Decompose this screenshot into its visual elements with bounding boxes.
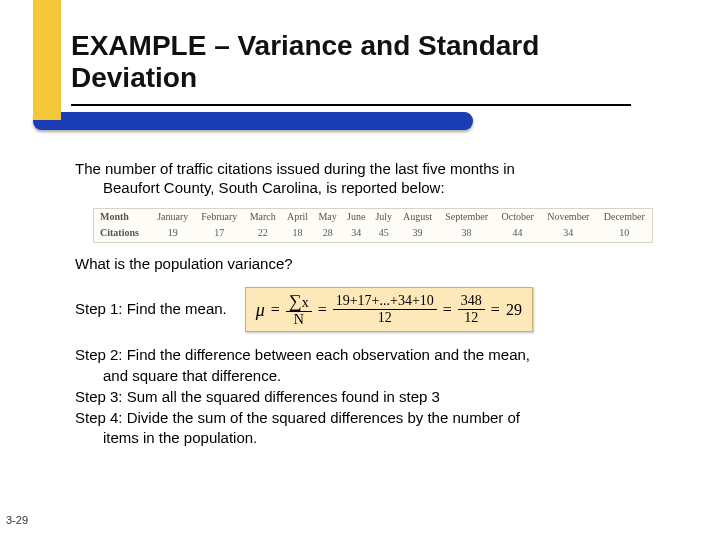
table-cell: January: [151, 208, 195, 225]
table-cell: 39: [397, 225, 438, 242]
table-cell: June: [342, 208, 371, 225]
step-1-label: Step 1: Find the mean.: [75, 300, 227, 319]
expansion-numerator: 19+17+...+34+10: [333, 294, 437, 310]
expansion-denominator: 12: [378, 310, 392, 325]
body-content: The number of traffic citations issued d…: [75, 160, 665, 450]
steps-list: Step 2: Find the difference between each…: [75, 346, 665, 448]
mean-result: 29: [506, 300, 522, 320]
data-table-container: Month January February March April May J…: [93, 208, 653, 243]
table-cell: February: [195, 208, 244, 225]
citations-table: Month January February March April May J…: [93, 208, 653, 243]
table-cell: 22: [244, 225, 282, 242]
table-cell: 38: [438, 225, 495, 242]
table-cell: August: [397, 208, 438, 225]
x-symbol: x: [302, 295, 309, 310]
table-cell: 17: [195, 225, 244, 242]
step-1-row: Step 1: Find the mean. μ = ∑x N = 19+17+…: [75, 287, 665, 332]
table-cell: 34: [540, 225, 597, 242]
mu-symbol: μ: [256, 299, 265, 322]
step-2-line-1: Step 2: Find the difference between each…: [75, 346, 665, 365]
fraction-sumx-over-n: ∑x N: [286, 292, 312, 327]
intro-text: The number of traffic citations issued d…: [75, 160, 665, 198]
equals-sign: =: [443, 300, 452, 320]
table-row: Citations 19 17 22 18 28 34 45 39 38 44 …: [94, 225, 653, 242]
table-cell: 45: [370, 225, 397, 242]
total-denominator: 12: [464, 310, 478, 325]
slide: EXAMPLE – Variance and Standard Deviatio…: [0, 0, 720, 540]
table-cell: September: [438, 208, 495, 225]
table-cell: May: [313, 208, 342, 225]
fraction-expansion: 19+17+...+34+10 12: [333, 294, 437, 325]
table-cell: October: [495, 208, 540, 225]
table-cell: 44: [495, 225, 540, 242]
gold-accent-bar: [33, 0, 61, 120]
n-symbol: N: [294, 312, 304, 327]
table-cell: April: [282, 208, 314, 225]
table-cell: 19: [151, 225, 195, 242]
slide-title: EXAMPLE – Variance and Standard Deviatio…: [71, 30, 671, 94]
table-cell: 34: [342, 225, 371, 242]
step-4-line-2: items in the population.: [75, 429, 665, 448]
table-cell: March: [244, 208, 282, 225]
question-text: What is the population variance?: [75, 255, 665, 274]
step-4-line-1: Step 4: Divide the sum of the squared di…: [75, 409, 665, 428]
table-cell: July: [370, 208, 397, 225]
mean-formula: μ = ∑x N = 19+17+...+34+10 12 = 348 12 =…: [245, 287, 533, 332]
row-label: Citations: [94, 225, 152, 242]
fraction-total: 348 12: [458, 294, 485, 325]
table-cell: 28: [313, 225, 342, 242]
sigma-symbol: ∑: [289, 291, 302, 311]
intro-line-2: Beaufort County, South Carolina, is repo…: [75, 179, 665, 198]
slide-number: 3-29: [6, 514, 28, 526]
sum-total: 348: [458, 294, 485, 310]
row-label: Month: [94, 208, 152, 225]
step-3: Step 3: Sum all the squared differences …: [75, 388, 665, 407]
table-cell: 10: [597, 225, 653, 242]
table-row: Month January February March April May J…: [94, 208, 653, 225]
table-cell: November: [540, 208, 597, 225]
equals-sign: =: [271, 300, 280, 320]
title-underline: [71, 104, 631, 106]
intro-line-1: The number of traffic citations issued d…: [75, 160, 515, 177]
step-2-line-2: and square that difference.: [75, 367, 665, 386]
table-cell: 18: [282, 225, 314, 242]
equals-sign: =: [491, 300, 500, 320]
table-cell: December: [597, 208, 653, 225]
equals-sign: =: [318, 300, 327, 320]
blue-accent-bar: [33, 112, 473, 130]
